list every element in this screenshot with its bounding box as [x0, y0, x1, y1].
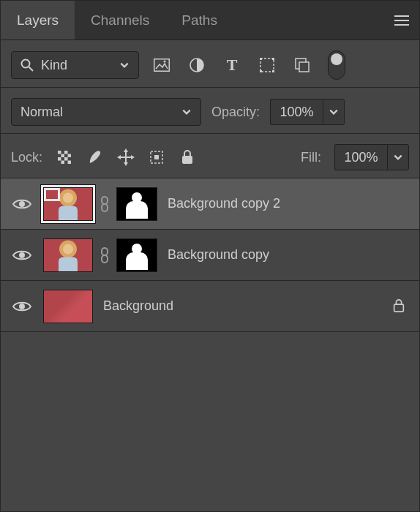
svg-rect-34: [102, 204, 108, 211]
blend-mode-value: Normal: [20, 105, 63, 120]
lock-indicator-icon: [391, 298, 408, 315]
svg-rect-30: [154, 155, 159, 159]
blend-row: Normal Opacity: 100%: [1, 88, 419, 134]
svg-rect-19: [58, 157, 61, 161]
svg-rect-39: [394, 304, 404, 312]
panel-menu-button[interactable]: [389, 1, 415, 39]
svg-rect-12: [272, 70, 274, 72]
svg-rect-18: [68, 154, 72, 158]
filter-kind-select[interactable]: Kind: [11, 51, 139, 79]
svg-rect-16: [64, 151, 68, 154]
layer-row[interactable]: Background copy: [1, 230, 419, 281]
filter-kind-label: Kind: [41, 58, 67, 73]
svg-rect-20: [64, 157, 68, 161]
filter-smart-object-button[interactable]: [293, 56, 312, 75]
svg-rect-17: [61, 154, 65, 158]
svg-rect-9: [260, 58, 262, 60]
tab-label: Channels: [91, 12, 149, 29]
tab-channels[interactable]: Channels: [75, 1, 165, 39]
adjustment-layer-icon: [189, 57, 205, 73]
svg-rect-10: [272, 58, 274, 60]
svg-rect-22: [68, 161, 72, 165]
visibility-toggle[interactable]: [11, 193, 33, 215]
lock-all-button[interactable]: [179, 148, 196, 166]
layer-thumbnails: [43, 238, 157, 272]
layer-thumbnails: [43, 290, 93, 323]
svg-marker-27: [117, 155, 121, 159]
layer-mask-thumbnail[interactable]: [116, 238, 157, 272]
svg-rect-21: [61, 161, 65, 165]
chevron-down-icon: [393, 152, 403, 162]
layer-list: Background copy 2 Background copy: [1, 178, 419, 511]
pixel-layer-icon: [154, 59, 170, 72]
type-layer-icon: T: [227, 57, 238, 73]
smart-object-icon: [294, 57, 310, 73]
tab-paths[interactable]: Paths: [165, 1, 233, 39]
svg-marker-28: [131, 155, 135, 159]
lock-transparency-icon: [56, 149, 72, 165]
svg-point-35: [19, 252, 25, 258]
fill-control: 100%: [334, 144, 409, 170]
svg-line-4: [29, 67, 34, 72]
lock-position-button[interactable]: [117, 148, 135, 166]
layer-name[interactable]: Background: [103, 298, 381, 314]
visibility-toggle[interactable]: [11, 295, 33, 317]
tab-label: Paths: [181, 12, 217, 29]
lock-pixels-button[interactable]: [86, 148, 104, 166]
tab-label: Layers: [17, 12, 59, 29]
lock-position-icon: [117, 148, 135, 166]
layer-thumbnail[interactable]: [43, 238, 93, 272]
svg-rect-36: [102, 248, 108, 255]
visibility-toggle[interactable]: [11, 244, 33, 266]
svg-rect-14: [299, 62, 309, 72]
fill-label: Fill:: [301, 150, 321, 165]
svg-point-32: [19, 201, 25, 207]
fill-stepper[interactable]: [387, 144, 409, 170]
link-icon: [99, 247, 110, 263]
lock-artboard-button[interactable]: [148, 148, 165, 166]
svg-point-38: [19, 304, 25, 309]
thumbnail-content: [60, 244, 76, 271]
lock-row: Lock: Fill:: [1, 134, 419, 178]
filter-pixel-layer-button[interactable]: [152, 56, 171, 75]
layer-thumbnail[interactable]: [43, 187, 93, 221]
shape-layer-icon: [259, 57, 275, 73]
fill-input[interactable]: 100%: [334, 144, 387, 170]
search-icon: [20, 59, 34, 72]
visibility-icon: [12, 300, 31, 313]
fill-value: 100%: [344, 150, 378, 165]
filter-shape-layer-button[interactable]: [258, 56, 277, 75]
layer-row[interactable]: Background copy 2: [1, 178, 419, 230]
svg-point-3: [22, 60, 30, 68]
opacity-input[interactable]: 100%: [270, 99, 323, 125]
layer-name[interactable]: Background copy 2: [168, 196, 408, 211]
svg-rect-5: [154, 59, 170, 72]
lock-artboard-icon: [148, 148, 165, 166]
filter-toggle[interactable]: [328, 50, 345, 80]
lock-label: Lock:: [11, 150, 42, 165]
chevron-down-icon: [329, 107, 339, 117]
opacity-stepper[interactable]: [323, 99, 345, 125]
visibility-icon: [12, 197, 31, 211]
svg-marker-25: [124, 148, 128, 152]
svg-rect-37: [102, 255, 108, 263]
lock-transparency-button[interactable]: [56, 148, 73, 166]
opacity-value: 100%: [280, 105, 314, 120]
filter-type-layer-button[interactable]: T: [222, 56, 241, 75]
spacer: [233, 1, 389, 39]
blend-mode-select[interactable]: Normal: [11, 98, 201, 126]
lock-all-icon: [179, 149, 195, 165]
layer-thumbnails: [43, 187, 157, 221]
tab-layers[interactable]: Layers: [1, 1, 75, 39]
filter-adjustment-layer-button[interactable]: [187, 56, 206, 75]
link-icon: [99, 196, 110, 212]
chevron-down-icon: [181, 107, 192, 117]
layer-thumbnail[interactable]: [43, 290, 93, 323]
svg-rect-11: [260, 70, 262, 72]
layer-row[interactable]: Background: [1, 281, 419, 332]
svg-rect-8: [260, 59, 274, 72]
filter-type-icons: T: [152, 56, 312, 75]
filter-row: Kind T: [1, 40, 419, 88]
layer-mask-thumbnail[interactable]: [116, 187, 157, 221]
layer-name[interactable]: Background copy: [168, 247, 408, 263]
